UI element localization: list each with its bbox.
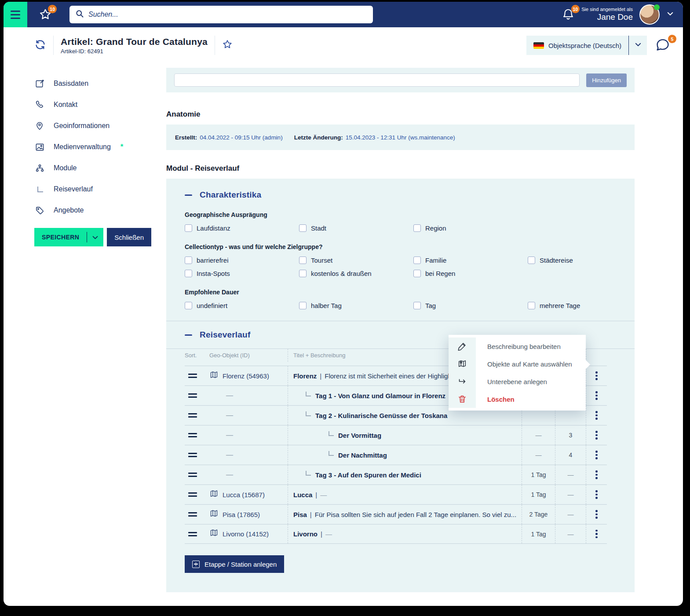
main-content: Hinzufügen Anatomie Erstellt:04.04.2022 … <box>166 63 635 592</box>
checkbox-tourset[interactable]: Tourset <box>299 257 413 264</box>
sidebar: Basisdaten Kontakt Geoinformationen Medi… <box>4 63 166 592</box>
checkbox[interactable] <box>299 224 307 232</box>
chevron-down-icon[interactable] <box>666 10 674 19</box>
drag-handle[interactable] <box>188 473 197 477</box>
checkbox[interactable] <box>528 302 535 309</box>
checkbox-stadt[interactable]: Stadt <box>299 224 413 232</box>
user-name: Jane Doe <box>581 12 633 22</box>
drag-handle[interactable] <box>188 413 197 418</box>
row-menu-button[interactable] <box>586 425 607 445</box>
drag-handle[interactable] <box>188 393 197 398</box>
checkbox-group-cellectiontyp: Cellectiontyp - was und für welche Zielg… <box>185 243 635 277</box>
save-dropdown-toggle[interactable] <box>87 228 103 246</box>
checkbox-barrierefrei[interactable]: barrierefrei <box>185 257 299 264</box>
header-right: Objektsprache (Deutsch) 5 <box>526 36 672 55</box>
row-menu-button[interactable] <box>586 465 607 484</box>
checkbox-laufdistanz[interactable]: Laufdistanz <box>185 224 299 232</box>
online-status-dot <box>654 4 660 10</box>
hamburger-menu-button[interactable] <box>4 2 27 27</box>
favorite-star-icon[interactable] <box>222 39 233 51</box>
accordion-charakteristika: Charakteristika <box>166 179 635 200</box>
drag-handle[interactable] <box>188 532 197 536</box>
avatar[interactable] <box>639 4 660 25</box>
add-station-button[interactable]: Etappe / Station anlegen <box>185 555 284 573</box>
checkbox[interactable] <box>185 270 192 277</box>
checkbox[interactable] <box>413 270 421 277</box>
row-menu-button[interactable] <box>586 366 607 385</box>
checkbox-staedtereise[interactable]: Städtereise <box>528 257 642 264</box>
row-menu-button[interactable] <box>586 505 607 524</box>
table-row: Pisa (17865) Pisa|Für Pisa sollten Sie s… <box>185 504 607 524</box>
map-icon <box>209 370 219 381</box>
row-menu-button[interactable] <box>586 386 607 405</box>
checkbox[interactable] <box>413 224 421 232</box>
sidebar-item-basisdaten[interactable]: Basisdaten <box>34 73 166 94</box>
checkbox[interactable] <box>413 257 421 264</box>
checkbox[interactable] <box>413 302 421 309</box>
drag-handle[interactable] <box>188 512 197 517</box>
checkbox-insta-spots[interactable]: Insta-Spots <box>185 270 299 277</box>
drag-handle[interactable] <box>188 492 197 497</box>
row-menu-button[interactable] <box>586 485 607 504</box>
checkbox-halber-tag[interactable]: halber Tag <box>299 302 413 309</box>
checkbox[interactable] <box>299 257 307 264</box>
collapse-icon[interactable] <box>185 194 192 196</box>
drag-handle[interactable] <box>188 433 197 437</box>
anatomie-panel: Erstellt:04.04.2022 - 09:15 Uhr (admin) … <box>166 125 635 150</box>
modified-value: 15.04.2023 - 12:31 Uhr (ws.maintenance) <box>346 134 455 141</box>
edit-icon <box>34 79 45 89</box>
drag-handle[interactable] <box>188 374 197 378</box>
sidebar-item-reiseverlauf[interactable]: Reiseverlauf <box>34 179 166 200</box>
sidebar-item-module[interactable]: Module <box>34 158 166 179</box>
checkbox[interactable] <box>528 257 535 264</box>
close-button[interactable]: Schließen <box>107 228 151 246</box>
map-pin-icon <box>449 355 476 373</box>
checkbox-mehrere-tage[interactable]: mehrere Tage <box>528 302 642 309</box>
add-button[interactable]: Hinzufügen <box>586 73 627 87</box>
sidebar-item-kontakt[interactable]: Kontakt <box>34 94 166 115</box>
sidebar-item-geoinformationen[interactable]: Geoinformationen <box>34 115 166 136</box>
row-menu-button[interactable] <box>586 406 607 425</box>
menu-item-unterebene-anlegen[interactable]: Unterebene anlegen <box>449 373 586 390</box>
module-panel: Charakteristika Geographische Ausprägung… <box>166 179 635 592</box>
checkbox-familie[interactable]: Familie <box>413 257 528 264</box>
menu-item-beschreibung-bearbeiten[interactable]: Beschreibung bearbeiten <box>449 337 586 355</box>
checkbox[interactable] <box>185 302 192 309</box>
search-input[interactable] <box>88 11 367 18</box>
checkbox-tag[interactable]: Tag <box>413 302 528 309</box>
checkbox-undefiniert[interactable]: undefiniert <box>185 302 299 309</box>
favorites-button[interactable]: 10 <box>39 8 52 21</box>
row-menu-button[interactable] <box>586 445 607 465</box>
checkbox[interactable] <box>185 257 192 264</box>
notifications-button[interactable]: 10 <box>562 8 575 21</box>
drag-handle[interactable] <box>188 453 197 457</box>
menu-item-loeschen[interactable]: Löschen <box>449 390 586 408</box>
row-menu-button[interactable] <box>586 524 607 543</box>
refresh-icon[interactable] <box>34 39 46 52</box>
user-info: Sie sind angemeldet als Jane Doe <box>581 7 633 22</box>
comments-button[interactable]: 5 <box>655 38 672 53</box>
sidebar-item-medienverwaltung[interactable]: Medienverwaltung * <box>34 136 166 158</box>
sub-level-corner-icon <box>306 392 311 396</box>
checkbox-region[interactable]: Region <box>413 224 528 232</box>
page-header: Artikel: Grand Tour de Catalunya Artikel… <box>4 27 683 63</box>
checkbox-kostenlos-draussen[interactable]: kostenlos & draußen <box>299 270 413 277</box>
checkbox[interactable] <box>299 270 307 277</box>
language-dropdown-toggle[interactable] <box>628 36 647 55</box>
title-block: Artikel: Grand Tour de Catalunya Artikel… <box>61 37 208 55</box>
menu-item-objekte-auf-karte[interactable]: Objekte auf Karte auswählen <box>449 355 586 373</box>
trash-icon <box>449 390 476 408</box>
checkbox[interactable] <box>185 224 192 232</box>
row-context-menu: Beschreibung bearbeiten Objekte auf Kart… <box>449 335 586 411</box>
module-heading: Modul - Reiseverlauf <box>166 164 635 173</box>
checkbox[interactable] <box>299 302 307 309</box>
table-row: — Tag 3 - Auf den Spuren der Medici 1 Ta… <box>185 465 607 484</box>
sidebar-item-angebote[interactable]: Angebote <box>34 200 166 221</box>
add-value-input[interactable] <box>174 73 580 87</box>
created-label: Erstellt: <box>175 134 197 141</box>
save-button[interactable]: SPEICHERN <box>34 228 103 246</box>
collapse-icon[interactable] <box>185 334 192 336</box>
language-current[interactable]: Objektsprache (Deutsch) <box>526 42 628 49</box>
checkbox-group-geographische-auspraegung: Geographische Ausprägung Laufdistanz Sta… <box>185 211 635 232</box>
checkbox-bei-regen[interactable]: bei Regen <box>413 270 528 277</box>
